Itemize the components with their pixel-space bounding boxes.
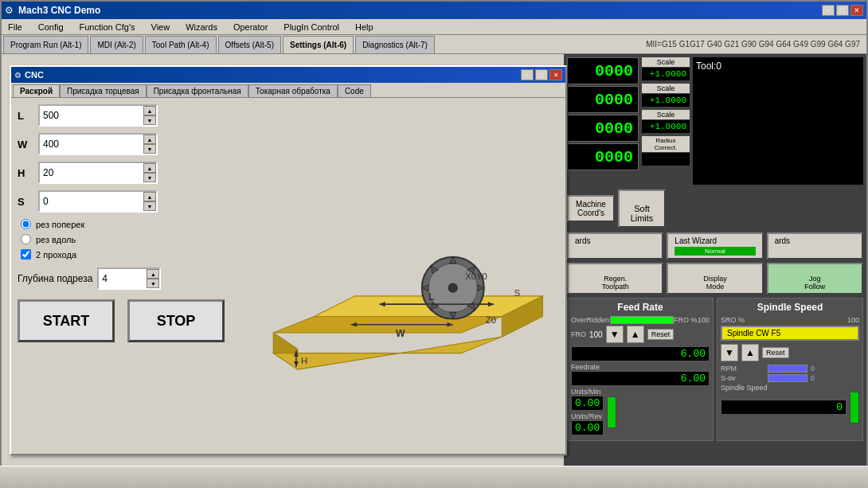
depth-row: Глубина подреза ▲ ▼	[18, 267, 225, 290]
window-controls: − □ ✕	[822, 5, 863, 16]
spindle-increase-button[interactable]: ▲	[741, 344, 759, 361]
fro-reset-button[interactable]: Reset	[647, 329, 674, 340]
soft-limits-button[interactable]: Soft Limits	[618, 189, 666, 228]
units-rev-label: Units/Rev	[571, 412, 604, 420]
z0-label: Z0	[486, 315, 496, 325]
menu-help[interactable]: Help	[352, 21, 377, 33]
label-W: W	[18, 139, 33, 150]
last-wizard-button[interactable]: Last Wizard Normal	[667, 232, 763, 260]
start-button[interactable]: START	[18, 299, 115, 342]
menu-config[interactable]: Config	[35, 21, 67, 33]
s-dim-label: S	[514, 288, 521, 298]
stop-button[interactable]: STOP	[127, 299, 225, 342]
menu-bar: File Config Function Cfg's View Wizards …	[2, 19, 866, 35]
display-mode-button[interactable]: DisplayMode	[667, 263, 763, 295]
depth-input[interactable]	[99, 269, 147, 288]
spindle-speed-label: Spindle Speed	[721, 384, 859, 392]
control-panel: 0000 0000 0000 0000 Scale +1.0000 Scale …	[564, 54, 866, 488]
regen-toolpath-button[interactable]: Regen.Toolpath	[567, 263, 663, 295]
menu-view[interactable]: View	[148, 21, 174, 33]
radio-vdol[interactable]	[21, 234, 31, 244]
feed-rate-title: Feed Rate	[571, 302, 710, 313]
minimize-button[interactable]: −	[822, 5, 835, 16]
gcode-display: MII=G15 G1G17 G40 G21 G90 G94 G64 G49 G9…	[641, 40, 865, 49]
field-H-row: H ▲ ▼	[18, 162, 225, 184]
spin-H-up[interactable]: ▲	[143, 163, 156, 173]
close-button[interactable]: ✕	[850, 5, 863, 16]
spin-H-down[interactable]: ▼	[143, 173, 156, 182]
spin-depth-up[interactable]: ▲	[147, 269, 159, 279]
svg-point-15	[448, 283, 458, 292]
spin-S-down[interactable]: ▼	[143, 201, 156, 211]
field-W-row: W ▲ ▼	[18, 133, 225, 155]
title-bar: ⚙ Mach3 CNC Demo − □ ✕	[2, 2, 866, 19]
tab-tool-path[interactable]: Tool Path (Alt-4)	[145, 36, 217, 53]
spin-depth: ▲ ▼	[147, 269, 159, 288]
tool-display: Tool:0	[693, 57, 863, 185]
fro-increase-button[interactable]: ▲	[627, 326, 644, 343]
rpm-row: RPM 0	[721, 365, 859, 373]
jog-follow-button[interactable]: JogFollow	[767, 263, 863, 295]
checkbox-2prohoda[interactable]	[21, 249, 31, 260]
tab-program-run[interactable]: Program Run (Alt-1)	[3, 36, 88, 53]
cnc-tab-raskroi[interactable]: Раскрой	[13, 84, 60, 97]
normal-indicator: Normal	[674, 247, 755, 256]
fro-decrease-button[interactable]: ▼	[606, 326, 624, 343]
feedrate-value-display: 6.00	[571, 371, 710, 386]
maximize-button[interactable]: □	[836, 5, 849, 16]
input-S[interactable]	[40, 192, 143, 211]
radio-poperek[interactable]	[21, 219, 31, 229]
cnc-title: CNC	[25, 70, 518, 80]
cnc-close-button[interactable]: ✕	[549, 69, 562, 80]
wizards-button-1[interactable]: ards	[567, 232, 663, 260]
spin-W: ▲ ▼	[143, 135, 156, 154]
spin-W-down[interactable]: ▼	[143, 144, 156, 154]
input-W[interactable]	[40, 135, 143, 154]
overridden-row: OverRidden FRO % 100	[571, 316, 710, 324]
spindle-reset-button[interactable]: Reset	[762, 347, 789, 358]
cnc-tab-code[interactable]: Code	[338, 84, 371, 97]
spin-L-down[interactable]: ▼	[143, 115, 156, 125]
menu-plugin[interactable]: PlugIn Control	[280, 21, 342, 33]
machine-coords-button[interactable]: Machine Coord's	[567, 195, 615, 222]
input-L[interactable]	[40, 106, 143, 125]
spindle-cw-button[interactable]: Spindle CW F5	[721, 326, 859, 341]
diagram-panel: X0Y0 S L W Z0	[233, 104, 559, 431]
menu-wizards[interactable]: Wizards	[182, 21, 221, 33]
menu-function-cfgs[interactable]: Function Cfg's	[76, 21, 139, 33]
spin-S-up[interactable]: ▲	[143, 192, 156, 201]
cnc-maximize-button[interactable]: □	[535, 69, 548, 80]
cnc-tab-tokarnaya[interactable]: Токарная обработка	[248, 84, 338, 97]
units-min-value: 0.00	[571, 396, 604, 411]
spin-W-up[interactable]: ▲	[143, 135, 156, 144]
tab-diagnostics[interactable]: Diagnostics (Alt-7)	[355, 36, 435, 53]
radio-row-2: рез вдоль	[21, 234, 225, 244]
cnc-dialog: ⚙ CNC − □ ✕ Раскрой Присадка торцевая Пр…	[10, 65, 567, 455]
cnc-title-bar: ⚙ CNC − □ ✕	[11, 67, 565, 83]
cnc-tab-prisadka-front[interactable]: Присадка фронтальная	[147, 84, 248, 97]
scale-value-1: +1.0000	[642, 68, 690, 80]
tab-settings[interactable]: Settings (Alt-6)	[283, 36, 354, 53]
spin-L-up[interactable]: ▲	[143, 106, 156, 115]
label-L: L	[18, 110, 33, 122]
spin-depth-down[interactable]: ▼	[147, 279, 159, 288]
tab-offsets[interactable]: Offsets (Alt-5)	[218, 36, 282, 53]
tab-mdi[interactable]: MDI (Alt-2)	[90, 36, 143, 53]
action-buttons: START STOP	[18, 299, 225, 342]
input-H[interactable]	[40, 163, 143, 182]
taskbar	[0, 466, 868, 488]
sov-row: S-ov 0	[721, 374, 859, 382]
scale-label-3: Scale	[642, 110, 690, 119]
menu-file[interactable]: File	[5, 21, 25, 33]
main-tab-bar: Program Run (Alt-1) MDI (Alt-2) Tool Pat…	[2, 35, 866, 54]
spindle-decrease-button[interactable]: ▼	[721, 344, 738, 361]
cnc-minimize-button[interactable]: −	[521, 69, 534, 80]
input-W-wrap: ▲ ▼	[38, 133, 158, 155]
cnc-tab-prisadka-torc[interactable]: Присадка торцевая	[60, 84, 147, 97]
radius-correct-value	[642, 153, 690, 166]
wizards-button-2[interactable]: ards	[767, 232, 863, 260]
menu-operator[interactable]: Operator	[230, 21, 271, 33]
label-S: S	[18, 196, 33, 208]
dro-a: 0000	[567, 143, 639, 170]
w-dim-label: W	[396, 328, 405, 339]
